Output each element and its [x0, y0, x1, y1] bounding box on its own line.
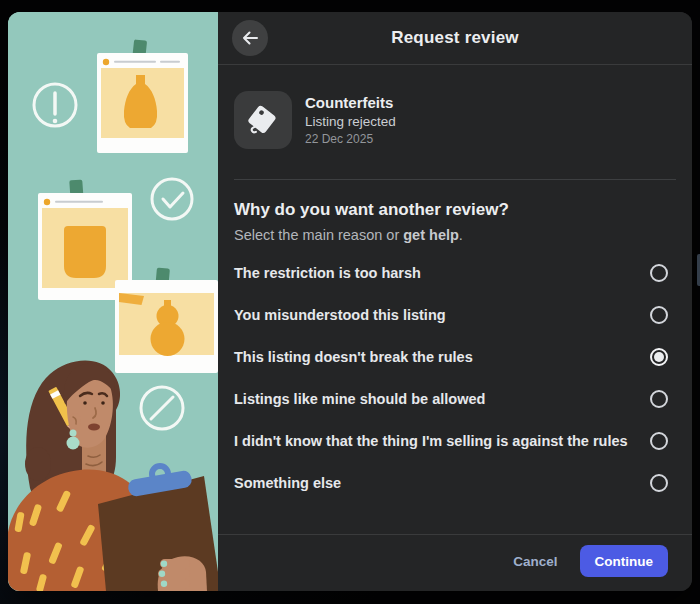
option-label: You misunderstood this listing	[234, 307, 456, 323]
radio-button[interactable]	[650, 474, 668, 492]
listing-date: 22 Dec 2025	[305, 132, 396, 146]
cancel-button[interactable]: Cancel	[501, 548, 569, 575]
reason-option-doesnt-break-rules[interactable]: This listing doesn't break the rules	[218, 336, 692, 378]
radio-button-selected[interactable]	[650, 348, 668, 366]
reason-option-didnt-know-rules[interactable]: I didn't know that the thing I'm selling…	[218, 420, 692, 462]
radio-button[interactable]	[650, 306, 668, 324]
dialog-header: Request review	[218, 12, 692, 65]
listing-summary-text: Counterfeits Listing rejected 22 Dec 202…	[305, 94, 396, 146]
marketplace-review-illustration	[8, 12, 218, 591]
request-review-dialog: Request review Counterfeits Listing reje…	[8, 12, 692, 591]
continue-button[interactable]: Continue	[580, 545, 669, 577]
listing-card-bottle	[97, 39, 188, 153]
dialog-footer: Cancel Continue	[218, 534, 692, 591]
listing-icon-tile	[234, 91, 292, 149]
illustration-panel	[8, 12, 218, 591]
option-label: Something else	[234, 475, 351, 491]
option-label: I didn't know that the thing I'm selling…	[234, 433, 638, 449]
reason-options-list: The restriction is too harsh You misunde…	[218, 252, 692, 504]
reason-option-should-be-allowed[interactable]: Listings like mine should be allowed	[218, 378, 692, 420]
option-label: Listings like mine should be allowed	[234, 391, 495, 407]
reason-option-restriction-too-harsh[interactable]: The restriction is too harsh	[218, 252, 692, 294]
subtitle-text: Select the main reason or	[234, 227, 403, 243]
listing-summary: Counterfeits Listing rejected 22 Dec 202…	[218, 65, 692, 149]
radio-button[interactable]	[650, 432, 668, 450]
page-title: Request review	[218, 28, 692, 48]
radio-button[interactable]	[650, 390, 668, 408]
option-label: The restriction is too harsh	[234, 265, 431, 281]
back-arrow-icon	[240, 28, 260, 48]
reason-option-misunderstood-listing[interactable]: You misunderstood this listing	[218, 294, 692, 336]
listing-status: Listing rejected	[305, 114, 396, 129]
get-help-link[interactable]: get help	[403, 227, 459, 243]
back-button[interactable]	[232, 20, 268, 56]
listing-name: Counterfeits	[305, 94, 396, 111]
dialog-content: Request review Counterfeits Listing reje…	[218, 12, 692, 591]
tag-icon	[247, 104, 279, 136]
option-label: This listing doesn't break the rules	[234, 349, 483, 365]
radio-button[interactable]	[650, 264, 668, 282]
listing-card-gourd	[115, 268, 218, 373]
earring-icon	[70, 430, 77, 437]
question-heading: Why do you want another review?	[218, 180, 692, 221]
subtitle-period: .	[459, 227, 463, 243]
question-subtitle: Select the main reason or get help.	[218, 221, 692, 245]
reason-option-something-else[interactable]: Something else	[218, 462, 692, 504]
